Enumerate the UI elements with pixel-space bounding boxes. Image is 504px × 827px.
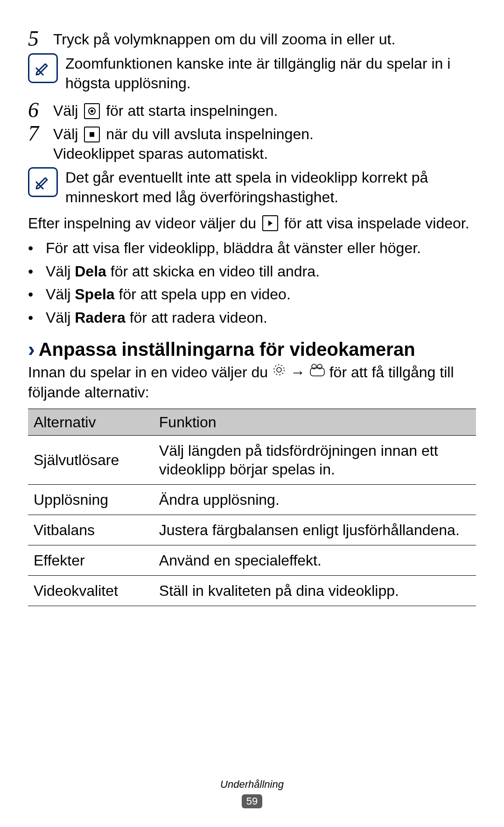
chevron-icon: › [28, 339, 35, 360]
bullet-dot: • [28, 262, 39, 282]
bullet-dot: • [28, 285, 39, 304]
cell-function: Använd en specialeffekt. [154, 545, 476, 576]
step-text: Välj när du vill avsluta inspelningen. V… [53, 123, 314, 163]
options-table: Alternativ Funktion Självutlösare Välj l… [28, 409, 476, 606]
record-icon [84, 103, 100, 119]
text-mid: när du vill avsluta inspelningen. [106, 126, 314, 142]
page-footer: Underhållning 59 [28, 760, 476, 808]
text-pre: Välj [53, 102, 82, 119]
stop-icon [84, 127, 100, 142]
list-item: • Välj Radera för att radera videon. [28, 308, 476, 328]
text-pre: Välj [53, 126, 82, 142]
bullet-list: • För att visa fler videoklipp, bläddra … [28, 239, 476, 327]
section-heading: › Anpassa inställningarna för videokamer… [28, 339, 476, 360]
step-5: 5 Tryck på volymknappen om du vill zooma… [28, 28, 476, 49]
text-post: för att visa inspelade videor. [284, 215, 469, 232]
step-number: 6 [28, 99, 46, 121]
note-icon [28, 167, 58, 197]
cell-option: Effekter [28, 545, 154, 576]
pen-icon [33, 172, 53, 192]
cell-function: Ställ in kvaliteten på dina videoklipp. [154, 576, 476, 606]
text-post: för att starta inspelningen. [106, 102, 278, 119]
cell-option: Vitbalans [28, 515, 154, 545]
note-memory: Det går eventuellt inte att spela in vid… [28, 165, 476, 207]
step-text: Välj för att starta inspelningen. [53, 99, 278, 121]
step-number: 5 [28, 28, 46, 49]
list-item: • För att visa fler videoklipp, bläddra … [28, 239, 476, 258]
table-header-row: Alternativ Funktion [28, 409, 476, 436]
list-text: Välj Dela för att skicka en video till a… [46, 262, 320, 282]
document-page: 5 Tryck på volymknappen om du vill zooma… [0, 0, 504, 827]
cell-function: Ändra upplösning. [154, 485, 476, 515]
list-text: Välj Spela för att spela upp en video. [46, 285, 291, 304]
table-row: Självutlösare Välj längden på tidsfördrö… [28, 436, 476, 485]
step-number: 7 [28, 123, 46, 163]
svg-point-2 [91, 110, 93, 113]
list-item: • Välj Spela för att spela upp en video. [28, 285, 476, 304]
list-text: För att visa fler videoklipp, bläddra åt… [46, 239, 421, 258]
note-text: Zoomfunktionen kanske inte är tillgängli… [65, 51, 476, 93]
cell-option: Videokvalitet [28, 576, 154, 606]
footer-page-number: 59 [242, 794, 262, 808]
intro-para: Innan du spelar in en video väljer du → [28, 363, 476, 403]
text-pre: Efter inspelning av videor väljer du [28, 215, 260, 232]
text-line2: Videoklippet sparas automatiskt. [53, 145, 268, 162]
cell-function: Välj längden på tidsfördröjningen innan … [154, 436, 476, 485]
cell-function: Justera färgbalansen enligt ljusförhålla… [154, 515, 476, 545]
svg-rect-3 [90, 132, 94, 137]
gear-icon [272, 362, 286, 382]
list-item: • Välj Dela för att skicka en video till… [28, 262, 476, 282]
intro-pre: Innan du spelar in en video väljer du [28, 364, 272, 381]
table-row: Effekter Använd en specialeffekt. [28, 545, 476, 576]
table-row: Upplösning Ändra upplösning. [28, 485, 476, 515]
pen-icon [33, 58, 53, 78]
intro-arrow: → [290, 364, 309, 381]
cell-option: Självutlösare [28, 436, 154, 485]
step-text: Tryck på volymknappen om du vill zooma i… [53, 28, 395, 49]
table-row: Vitbalans Justera färgbalansen enligt lj… [28, 515, 476, 545]
note-icon [28, 53, 58, 83]
bullet-dot: • [28, 308, 39, 328]
header-alternativ: Alternativ [28, 409, 154, 436]
heading-text: Anpassa inställningarna för videokameran [39, 339, 415, 360]
header-funktion: Funktion [154, 409, 476, 436]
svg-marker-5 [268, 220, 273, 226]
table-row: Videokvalitet Ställ in kvaliteten på din… [28, 576, 476, 606]
list-text: Välj Radera för att radera videon. [46, 308, 267, 328]
play-icon [262, 215, 278, 231]
note-text: Det går eventuellt inte att spela in vid… [65, 165, 476, 207]
svg-point-7 [274, 365, 284, 375]
step-7: 7 Välj när du vill avsluta inspelningen.… [28, 123, 476, 163]
note-zoom: Zoomfunktionen kanske inte är tillgängli… [28, 51, 476, 93]
svg-point-6 [277, 368, 281, 372]
svg-rect-8 [310, 368, 324, 376]
footer-category: Underhållning [28, 778, 476, 791]
after-recording-para: Efter inspelning av videor väljer du för… [28, 214, 476, 233]
cell-option: Upplösning [28, 485, 154, 515]
bullet-dot: • [28, 239, 39, 258]
videocamera-icon [309, 362, 325, 382]
page-content: 5 Tryck på volymknappen om du vill zooma… [28, 28, 476, 760]
step-6: 6 Välj för att starta inspelningen. [28, 99, 476, 121]
